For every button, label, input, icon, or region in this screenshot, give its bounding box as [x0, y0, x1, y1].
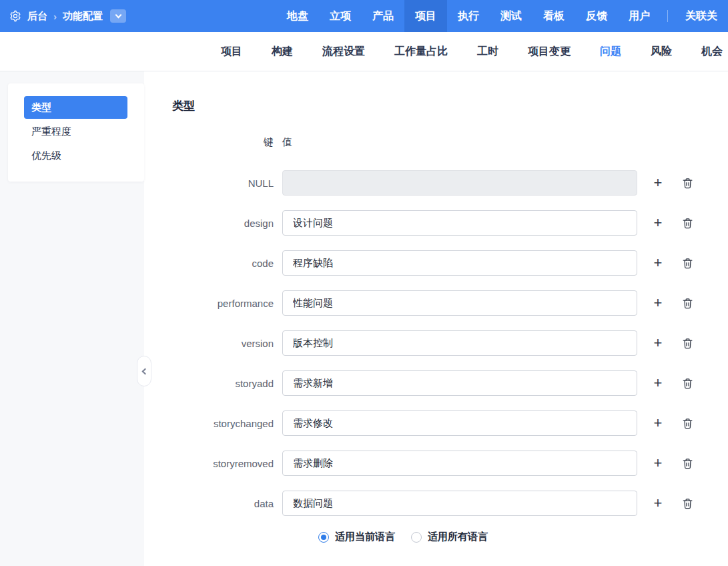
row-key-label: data	[172, 498, 274, 509]
row-key-label: storychanged	[172, 418, 274, 429]
row-value-input[interactable]	[282, 210, 637, 236]
radio-option[interactable]: 适用当前语言	[318, 531, 395, 543]
subnav-item[interactable]: 工时	[477, 32, 498, 71]
trash-icon	[681, 417, 694, 430]
sidebar-collapse-handle[interactable]	[137, 356, 151, 386]
breadcrumb-backend[interactable]: 后台	[27, 10, 47, 23]
delete-row-button[interactable]	[681, 257, 694, 270]
trash-icon	[681, 297, 694, 310]
sidebar-item[interactable]: 类型	[24, 96, 127, 119]
row-key-label: design	[172, 218, 274, 229]
add-row-button[interactable]: +	[649, 256, 667, 270]
value-column-header: 值	[282, 136, 292, 149]
table-row: performance +	[172, 290, 728, 316]
breadcrumb-module[interactable]: 功能配置	[63, 10, 103, 23]
plus-icon: +	[654, 495, 663, 511]
subnav-item[interactable]: 机会	[701, 32, 723, 71]
trash-icon	[681, 217, 694, 230]
row-value-input[interactable]	[282, 250, 637, 276]
add-row-button[interactable]: +	[649, 496, 667, 511]
topnav-item[interactable]: 执行	[447, 0, 490, 32]
topnav-item[interactable]: 立项	[319, 0, 362, 32]
trash-icon	[681, 497, 694, 510]
chevron-down-icon	[115, 12, 121, 19]
breadcrumb-separator-icon: ›	[53, 11, 57, 22]
subnav-item[interactable]: 工作量占比	[394, 32, 448, 71]
delete-row-button[interactable]	[681, 497, 694, 510]
topnav-item[interactable]: 项目	[404, 0, 447, 32]
sidebar-item[interactable]: 严重程度	[24, 120, 127, 143]
plus-icon: +	[654, 294, 663, 311]
sidebar-item[interactable]: 优先级	[24, 144, 127, 167]
trash-icon	[681, 337, 694, 350]
type-config-form: 键 值 NULL +	[172, 136, 728, 543]
trash-icon	[681, 457, 694, 470]
page-body: 类型 严重程度 优先级 类型 键 值 NULL +	[0, 71, 728, 566]
plus-icon: +	[654, 174, 663, 191]
subnav-item[interactable]: 风险	[651, 32, 672, 71]
table-row: code +	[172, 250, 728, 276]
add-row-button[interactable]: +	[649, 336, 667, 350]
row-value-input[interactable]	[282, 410, 637, 436]
add-row-button[interactable]: +	[649, 376, 667, 390]
row-value-input[interactable]	[282, 170, 637, 196]
delete-row-button[interactable]	[681, 337, 694, 350]
add-row-button[interactable]: +	[649, 176, 667, 190]
trash-icon	[681, 257, 694, 270]
row-value-input[interactable]	[282, 451, 637, 476]
subnav: 项目 构建 流程设置 工作量占比 工时 项目变更 问题 风险 机会	[0, 32, 728, 71]
plus-icon: +	[654, 334, 663, 351]
row-value-input[interactable]	[282, 330, 637, 356]
topnav-item[interactable]: 产品	[362, 0, 404, 32]
delete-row-button[interactable]	[681, 417, 694, 430]
plus-icon: +	[654, 414, 663, 431]
row-value-input[interactable]	[282, 370, 637, 396]
breadcrumb: 后台 › 功能配置	[0, 0, 126, 32]
key-column-header: 键	[172, 136, 274, 149]
topbar: 后台 › 功能配置 地盘 立项 产品 项目 执行 测试 看板 反馈 用户 关联关	[0, 0, 728, 32]
add-row-button[interactable]: +	[649, 456, 667, 471]
plus-icon: +	[654, 374, 663, 391]
topnav-item[interactable]: 反馈	[575, 0, 618, 32]
radio-label: 适用当前语言	[335, 531, 395, 543]
chevron-left-icon	[142, 368, 149, 374]
row-key-label: performance	[172, 298, 274, 309]
delete-row-button[interactable]	[681, 177, 694, 190]
topnav: 地盘 立项 产品 项目 执行 测试 看板 反馈 用户 关联关	[276, 0, 728, 32]
delete-row-button[interactable]	[681, 457, 694, 470]
radio-icon	[411, 532, 422, 543]
subnav-item[interactable]: 项目	[221, 32, 242, 71]
table-row: storychanged +	[172, 410, 728, 436]
main-content: 类型 键 值 NULL +	[144, 71, 728, 566]
subnav-item[interactable]: 项目变更	[528, 32, 571, 71]
delete-row-button[interactable]	[681, 217, 694, 230]
gear-icon[interactable]	[9, 10, 21, 22]
row-value-input[interactable]	[282, 290, 637, 316]
topnav-item[interactable]: 测试	[490, 0, 532, 32]
radio-option[interactable]: 适用所有语言	[411, 531, 488, 543]
trash-icon	[681, 177, 694, 190]
topnav-item[interactable]: 用户	[618, 0, 661, 32]
plus-icon: +	[654, 214, 663, 231]
topnav-item[interactable]: 地盘	[276, 0, 319, 32]
delete-row-button[interactable]	[681, 377, 694, 390]
radio-icon	[318, 532, 329, 543]
subnav-item[interactable]: 构建	[272, 32, 293, 71]
plus-icon: +	[654, 254, 663, 271]
subnav-item[interactable]: 问题	[600, 32, 621, 71]
sidebar-menu: 类型 严重程度 优先级	[8, 83, 144, 182]
topnav-item-clipped[interactable]: 关联关	[675, 0, 728, 32]
trash-icon	[681, 377, 694, 390]
add-row-button[interactable]: +	[649, 296, 667, 310]
add-row-button[interactable]: +	[649, 416, 667, 431]
table-row: storyremoved +	[172, 451, 728, 476]
row-value-input[interactable]	[282, 491, 637, 516]
module-dropdown-toggle[interactable]	[110, 9, 126, 23]
topnav-item[interactable]: 看板	[532, 0, 575, 32]
plus-icon: +	[654, 455, 663, 471]
add-row-button[interactable]: +	[649, 216, 667, 230]
subnav-item[interactable]: 流程设置	[322, 32, 365, 71]
sidebar: 类型 严重程度 优先级	[0, 71, 144, 566]
delete-row-button[interactable]	[681, 297, 694, 310]
table-row: data +	[172, 491, 728, 516]
